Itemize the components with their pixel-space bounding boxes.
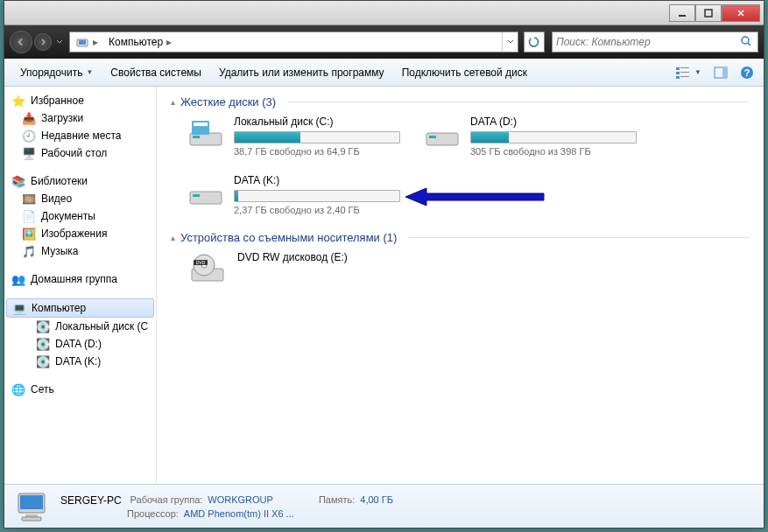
doc-icon: 📄 xyxy=(22,209,36,223)
sidebar-favorites[interactable]: ⭐ Избранное xyxy=(4,92,156,109)
svg-rect-0 xyxy=(679,15,686,17)
sidebar-item-drive-c[interactable]: 💽Локальный диск (C xyxy=(4,318,156,335)
status-processor-label: Процессор: xyxy=(127,508,179,519)
svg-rect-22 xyxy=(193,194,200,197)
status-computer-name: SERGEY-PC xyxy=(60,494,122,507)
video-icon: 🎞️ xyxy=(22,192,36,206)
svg-rect-32 xyxy=(22,517,41,521)
breadcrumb-dropdown[interactable] xyxy=(502,32,518,52)
close-button[interactable] xyxy=(722,4,760,22)
svg-rect-19 xyxy=(426,133,458,145)
sidebar-item-recent[interactable]: 🕘Недавние места xyxy=(4,127,156,144)
svg-rect-20 xyxy=(429,136,436,138)
toolbar: Упорядочить▼ Свойства системы Удалить ил… xyxy=(4,59,764,87)
storage-bar xyxy=(234,131,400,144)
nav-history-dropdown[interactable] xyxy=(53,33,66,51)
svg-text:?: ? xyxy=(744,67,750,78)
drive-label: DATA (D:) xyxy=(470,116,637,128)
library-icon: 📚 xyxy=(11,174,25,188)
drive-free-text: 2,37 ГБ свободно из 2,40 ГБ xyxy=(234,205,400,215)
annotation-arrow-icon xyxy=(405,186,546,207)
drive-label: DVD RW дисковод (E:) xyxy=(237,251,397,263)
svg-rect-8 xyxy=(680,72,689,73)
sidebar-libraries[interactable]: 📚Библиотеки xyxy=(4,172,156,190)
content-pane: ▴ Жесткие диски (3) Локальный диск (C:) … xyxy=(157,87,764,484)
drive-free-text: 305 ГБ свободно из 398 ГБ xyxy=(470,146,637,157)
sidebar-item-music[interactable]: 🎵Музыка xyxy=(4,242,156,260)
main-area: ⭐ Избранное 📥Загрузки 🕘Недавние места 🖥️… xyxy=(4,87,764,484)
sidebar-item-images[interactable]: 🖼️Изображения xyxy=(4,225,156,242)
breadcrumb-label: Компьютер xyxy=(109,36,163,48)
organize-menu[interactable]: Упорядочить▼ xyxy=(11,63,102,82)
breadcrumb-item-computer[interactable]: Компьютер ▸ xyxy=(103,32,177,52)
hdd-icon xyxy=(187,174,225,209)
dvd-icon: DVD xyxy=(187,251,229,286)
drive-label: Локальный диск (C:) xyxy=(234,116,400,128)
breadcrumb-root-icon[interactable]: ▸ xyxy=(70,32,103,52)
hdd-icon xyxy=(187,116,225,150)
svg-rect-30 xyxy=(20,495,43,509)
category-removable: ▴ Устройства со съемными носителями (1) … xyxy=(171,231,750,286)
status-memory-label: Память: xyxy=(319,494,355,507)
svg-rect-5 xyxy=(676,67,680,70)
drive-d[interactable]: DATA (D:) 305 ГБ свободно из 398 ГБ xyxy=(423,116,633,157)
drive-icon: 💽 xyxy=(36,354,50,368)
category-header-hdd[interactable]: ▴ Жесткие диски (3) xyxy=(171,95,750,108)
system-properties-button[interactable]: Свойства системы xyxy=(102,63,210,82)
network-icon: 🌐 xyxy=(11,382,25,396)
status-memory: 4,00 ГБ xyxy=(360,494,393,507)
search-box[interactable] xyxy=(552,32,758,52)
status-workgroup: WORKGROUP xyxy=(208,494,273,507)
breadcrumb[interactable]: ▸ Компьютер ▸ xyxy=(69,32,518,52)
svg-marker-23 xyxy=(405,188,544,206)
map-network-drive-button[interactable]: Подключить сетевой диск xyxy=(393,63,536,82)
download-icon: 📥 xyxy=(22,111,36,125)
music-icon: 🎵 xyxy=(22,244,36,258)
refresh-button[interactable] xyxy=(524,32,545,52)
help-button[interactable]: ? xyxy=(737,63,757,82)
sidebar: ⭐ Избранное 📥Загрузки 🕘Недавние места 🖥️… xyxy=(4,87,157,484)
svg-rect-1 xyxy=(705,10,712,17)
preview-pane-button[interactable] xyxy=(711,63,730,82)
sidebar-homegroup[interactable]: 👥Домашняя группа xyxy=(4,270,156,288)
svg-rect-12 xyxy=(722,67,727,78)
status-workgroup-label: Рабочая группа: xyxy=(130,494,203,507)
maximize-button[interactable] xyxy=(695,4,722,22)
drive-icon: 💽 xyxy=(36,337,50,351)
navbar: ▸ Компьютер ▸ xyxy=(4,25,764,59)
storage-bar xyxy=(470,131,637,144)
view-mode-button[interactable]: ▼ xyxy=(673,64,704,81)
svg-rect-18 xyxy=(194,122,208,126)
uninstall-program-button[interactable]: Удалить или изменить программу xyxy=(210,63,393,82)
back-button[interactable] xyxy=(10,31,32,53)
forward-button[interactable] xyxy=(34,33,52,51)
sidebar-computer[interactable]: 💻Компьютер xyxy=(6,298,154,318)
collapse-icon: ▴ xyxy=(171,233,175,242)
sidebar-network[interactable]: 🌐Сеть xyxy=(4,381,156,398)
drive-free-text: 38,7 ГБ свободно из 64,9 ГБ xyxy=(234,146,400,157)
search-icon[interactable] xyxy=(740,35,754,49)
sidebar-item-desktop[interactable]: 🖥️Рабочий стол xyxy=(4,144,156,162)
drive-k[interactable]: DATA (K:) 2,37 ГБ свободно из 2,40 ГБ xyxy=(187,174,397,215)
sidebar-item-downloads[interactable]: 📥Загрузки xyxy=(4,109,156,127)
sidebar-item-drive-k[interactable]: 💽DATA (K:) xyxy=(4,353,156,370)
drive-c[interactable]: Локальный диск (C:) 38,7 ГБ свободно из … xyxy=(187,116,397,157)
svg-rect-7 xyxy=(676,72,680,74)
titlebar xyxy=(4,1,764,25)
sidebar-item-video[interactable]: 🎞️Видео xyxy=(4,190,156,207)
sidebar-item-drive-d[interactable]: 💽DATA (D:) xyxy=(4,335,156,353)
search-input[interactable] xyxy=(556,36,740,48)
computer-large-icon xyxy=(13,490,50,523)
drive-dvd[interactable]: DVD DVD RW дисковод (E:) xyxy=(187,251,397,286)
category-header-removable[interactable]: ▴ Устройства со съемными носителями (1) xyxy=(171,231,750,244)
minimize-button[interactable] xyxy=(669,4,695,22)
svg-rect-10 xyxy=(680,76,689,77)
hdd-icon xyxy=(423,116,462,150)
svg-point-4 xyxy=(742,37,749,44)
svg-rect-9 xyxy=(676,76,680,79)
sidebar-item-documents[interactable]: 📄Документы xyxy=(4,207,156,225)
image-icon: 🖼️ xyxy=(22,227,36,241)
drive-label: DATA (K:) xyxy=(234,174,400,186)
svg-rect-6 xyxy=(680,67,689,68)
svg-rect-21 xyxy=(190,192,222,204)
